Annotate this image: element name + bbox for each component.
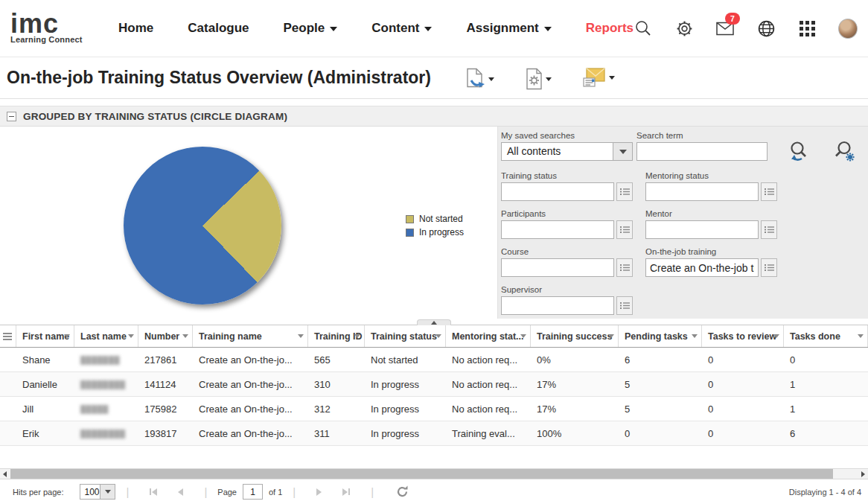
- refresh-button[interactable]: [396, 485, 409, 498]
- list-picker-icon[interactable]: [761, 258, 777, 277]
- table-row[interactable]: Erik ████████ 193817 Create an On-the-jo…: [0, 421, 868, 446]
- column-header-number[interactable]: Number: [138, 325, 193, 347]
- nav-item-catalogue[interactable]: Catalogue: [188, 21, 249, 36]
- nav-item-reports[interactable]: Reports: [586, 21, 634, 36]
- saved-searches-select[interactable]: All contents: [501, 142, 633, 161]
- search-settings-button[interactable]: [833, 140, 857, 167]
- scroll-right-button[interactable]: [858, 469, 868, 479]
- chevron-down-icon: [609, 76, 615, 80]
- on-the-job-training-input[interactable]: [645, 258, 759, 277]
- globe-icon[interactable]: [756, 19, 776, 38]
- cell-pending-tasks: 5: [619, 372, 702, 396]
- column-menu-icon[interactable]: [182, 334, 188, 338]
- refresh-icon: [396, 485, 409, 498]
- training-status-input[interactable]: [501, 182, 614, 201]
- cell-tasks-to-review: 0: [702, 421, 784, 445]
- supervisor-field: Supervisor: [501, 285, 633, 315]
- table-row[interactable]: Jill █████ 175982 Create an On-the-jo...…: [0, 397, 868, 421]
- supervisor-input[interactable]: [501, 296, 614, 315]
- scrollbar-thumb[interactable]: [10, 469, 833, 479]
- cell-number: 193817: [138, 421, 193, 445]
- top-navigation-bar: imc Learning Connect Home Catalogue Peop…: [0, 0, 868, 57]
- next-page-button[interactable]: [316, 488, 322, 496]
- legend-item-not-started: Not started: [406, 214, 464, 224]
- search-term-input[interactable]: [636, 142, 768, 161]
- chevron-down-icon[interactable]: [613, 143, 632, 160]
- column-header-training-id[interactable]: Training ID: [308, 325, 365, 347]
- gear-icon[interactable]: [674, 19, 694, 38]
- collapse-panel-handle[interactable]: [417, 319, 451, 325]
- list-picker-icon[interactable]: [616, 296, 633, 315]
- pagination-bar: Hits per page: 100 | | Page of 1 | | Dis…: [0, 479, 868, 504]
- cell-pending-tasks: 5: [619, 397, 702, 421]
- app-grid-icon[interactable]: [797, 19, 817, 38]
- previous-page-button[interactable]: [178, 488, 183, 496]
- chevron-up-icon: [431, 321, 437, 325]
- user-avatar[interactable]: [838, 19, 858, 38]
- column-header-pending-tasks[interactable]: Pending tasks: [619, 325, 702, 347]
- list-picker-icon[interactable]: [761, 182, 777, 201]
- cell-tasks-to-review: 0: [702, 348, 784, 371]
- column-menu-icon[interactable]: [692, 334, 698, 338]
- list-picker-icon[interactable]: [761, 220, 777, 239]
- last-page-button[interactable]: [342, 488, 350, 496]
- column-header-last-name[interactable]: Last name: [74, 325, 138, 347]
- column-header-mentoring-status[interactable]: Mentoring stat...: [446, 325, 531, 347]
- export-report-button[interactable]: [465, 68, 494, 91]
- course-input[interactable]: [501, 258, 614, 277]
- column-menu-icon[interactable]: [298, 334, 304, 338]
- participants-input[interactable]: [501, 220, 614, 239]
- nav-item-content[interactable]: Content: [371, 21, 432, 36]
- email-report-button[interactable]: [583, 68, 615, 88]
- column-header-tasks-done[interactable]: Tasks done: [784, 325, 868, 347]
- column-menu-icon[interactable]: [520, 334, 526, 338]
- column-menu-icon[interactable]: [773, 334, 779, 338]
- report-settings-button[interactable]: [526, 68, 552, 90]
- app-logo[interactable]: imc Learning Connect: [10, 13, 98, 44]
- first-page-button[interactable]: [150, 488, 157, 496]
- collapse-section-icon[interactable]: [7, 112, 16, 121]
- search-panel: My saved searches All contents Search te…: [497, 127, 868, 319]
- scroll-left-button[interactable]: [0, 469, 10, 479]
- list-picker-icon[interactable]: [616, 258, 633, 277]
- column-menu-icon[interactable]: [435, 334, 441, 338]
- column-menu-icon[interactable]: [608, 334, 614, 338]
- logo-tagline: Learning Connect: [10, 35, 98, 44]
- hits-per-page-select[interactable]: 100: [80, 484, 115, 500]
- horizontal-scrollbar[interactable]: [0, 468, 868, 479]
- cell-last-name: ████████: [74, 421, 138, 445]
- list-picker-icon[interactable]: [616, 220, 633, 239]
- mail-icon[interactable]: 7: [715, 19, 735, 38]
- nav-item-people[interactable]: People: [284, 21, 338, 36]
- column-menu-icon[interactable]: [354, 334, 360, 338]
- column-header-tasks-to-review[interactable]: Tasks to review: [702, 325, 784, 347]
- nav-item-home[interactable]: Home: [118, 21, 153, 36]
- list-picker-icon[interactable]: [616, 182, 633, 201]
- column-menu-icon[interactable]: [858, 334, 864, 338]
- column-menu-icon[interactable]: [128, 334, 134, 338]
- search-term-field: Search term: [636, 131, 768, 161]
- nav-menu: Home Catalogue People Content Assignment…: [118, 21, 634, 36]
- cell-training-id: 565: [308, 348, 365, 371]
- column-header-training-name[interactable]: Training name: [193, 325, 308, 347]
- column-header-training-status[interactable]: Training status: [365, 325, 446, 347]
- chevron-down-icon[interactable]: [100, 485, 115, 499]
- chevron-down-icon: [330, 27, 337, 31]
- mentoring-status-field: Mentoring status: [645, 171, 777, 201]
- table-row[interactable]: Danielle ████████ 141124 Create an On-th…: [0, 372, 868, 397]
- nav-item-assignment[interactable]: Assignment: [466, 21, 551, 36]
- search-icon[interactable]: [634, 19, 653, 38]
- column-header-first-name[interactable]: First name: [16, 325, 74, 347]
- column-menu-icon[interactable]: [64, 334, 70, 338]
- search-reset-icon: [787, 140, 811, 164]
- cell-number: 217861: [138, 348, 193, 371]
- cell-training-name: Create an On-the-jo...: [193, 397, 308, 421]
- row-menu-header[interactable]: [0, 325, 16, 347]
- column-header-training-success[interactable]: Training success: [531, 325, 619, 347]
- mentor-input[interactable]: [645, 220, 759, 239]
- mentoring-status-input[interactable]: [645, 182, 759, 201]
- run-search-button[interactable]: [787, 140, 811, 167]
- table-row[interactable]: Shane ███████ 217861 Create an On-the-jo…: [0, 348, 868, 372]
- pie-chart[interactable]: [124, 147, 281, 304]
- page-number-input[interactable]: [243, 484, 263, 500]
